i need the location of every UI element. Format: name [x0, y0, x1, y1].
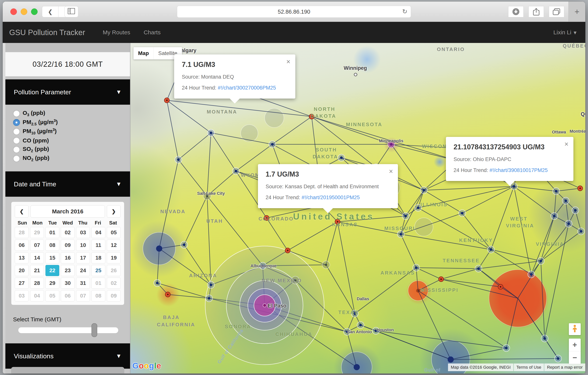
radio-icon[interactable]: [13, 128, 20, 135]
calendar-day[interactable]: 11: [92, 240, 105, 251]
station-node[interactable]: [580, 230, 582, 233]
calendar-day[interactable]: 02: [61, 227, 75, 238]
attribution-terms-link[interactable]: Terms of Use: [514, 364, 544, 371]
panel-header-date-and-time[interactable]: Date and Time ▼: [5, 171, 130, 197]
station-node[interactable]: [448, 356, 454, 363]
param-option-so2[interactable]: SO2 (ppb): [13, 145, 130, 154]
calendar-day[interactable]: 02: [107, 278, 121, 289]
param-option-o3[interactable]: O3 (ppb): [13, 109, 130, 118]
calendar-day[interactable]: 26: [107, 265, 121, 276]
radio-icon[interactable]: [13, 137, 20, 144]
user-menu[interactable]: Lixin Li ▾: [554, 29, 577, 36]
station-node[interactable]: [553, 215, 556, 218]
calendar-day[interactable]: 29: [30, 227, 44, 238]
calendar-day[interactable]: 06: [61, 290, 75, 301]
close-window-button[interactable]: [10, 9, 17, 15]
calendar-day[interactable]: 07: [76, 290, 90, 301]
calendar-day[interactable]: 13: [15, 252, 29, 263]
calendar-day[interactable]: 28: [30, 278, 44, 289]
calendar-day[interactable]: 18: [92, 252, 105, 263]
calendar-title[interactable]: March 2016: [31, 205, 105, 218]
new-tab-button[interactable]: +: [568, 1, 585, 22]
panel-header-pollution-parameter[interactable]: Pollution Parameter ▼: [5, 79, 130, 105]
station-node[interactable]: [574, 209, 577, 212]
zoom-out-button[interactable]: −: [569, 351, 581, 364]
param-option-no2[interactable]: NO2 (ppb): [13, 154, 130, 163]
station-node[interactable]: [557, 357, 559, 360]
station-node[interactable]: [183, 243, 185, 246]
radio-icon[interactable]: [13, 146, 20, 153]
calendar-day[interactable]: 09: [107, 290, 121, 301]
calendar-day[interactable]: 23: [61, 265, 75, 276]
station-node[interactable]: [461, 212, 463, 215]
station-node[interactable]: [359, 324, 362, 326]
tabs-overview-button[interactable]: [549, 6, 564, 17]
app-brand[interactable]: GSU Pollution Tracker: [9, 28, 85, 37]
calendar-day[interactable]: 25: [92, 265, 105, 276]
calendar-day[interactable]: 10: [76, 240, 90, 251]
calendar-day[interactable]: 24: [76, 265, 90, 276]
station-node[interactable]: [505, 347, 508, 349]
station-node[interactable]: [567, 222, 570, 225]
calendar-day[interactable]: 31: [76, 278, 90, 289]
calendar-day[interactable]: 04: [30, 290, 44, 301]
station-node[interactable]: [416, 289, 420, 292]
nav-my-routes[interactable]: My Routes: [103, 29, 130, 36]
calendar-day[interactable]: 04: [92, 227, 105, 238]
calendar-day[interactable]: 21: [30, 265, 44, 276]
station-node[interactable]: [417, 207, 420, 209]
calendar-day[interactable]: 08: [92, 290, 105, 301]
map-type-map-button[interactable]: Map: [134, 47, 153, 59]
station-node[interactable]: [530, 273, 533, 276]
calendar-day[interactable]: 20: [15, 265, 29, 276]
address-bar[interactable]: 52.86.86.190 ↻: [177, 6, 411, 18]
station-node[interactable]: [177, 158, 180, 161]
back-button[interactable]: ❮: [42, 6, 59, 17]
calendar-day[interactable]: 12: [107, 240, 121, 251]
station-node[interactable]: [399, 233, 402, 236]
calendar-day[interactable]: 09: [61, 240, 75, 251]
calendar-day[interactable]: 01: [45, 227, 59, 238]
station-node[interactable]: [539, 260, 542, 262]
nav-charts[interactable]: Charts: [144, 29, 160, 36]
station-node[interactable]: [263, 304, 266, 307]
infowindow-trend-link[interactable]: #!/chart/300270006PM25: [218, 85, 276, 91]
calendar-day[interactable]: 16: [61, 252, 75, 263]
calendar-day[interactable]: 29: [45, 278, 59, 289]
param-option-co[interactable]: CO (ppm): [13, 136, 130, 145]
calendar-day[interactable]: 15: [45, 252, 59, 263]
time-slider[interactable]: [18, 327, 118, 333]
radio-icon[interactable]: [13, 155, 20, 162]
station-node[interactable]: [477, 267, 480, 270]
downloads-button[interactable]: [508, 6, 524, 17]
station-node[interactable]: [354, 364, 360, 370]
station-node[interactable]: [490, 248, 492, 251]
calendar-prev-button[interactable]: ❮: [15, 205, 29, 218]
station-node[interactable]: [210, 132, 212, 134]
calendar-day[interactable]: 05: [45, 290, 59, 301]
param-option-pm25[interactable]: PM2.5 (µg/m3): [13, 118, 130, 127]
station-node[interactable]: [340, 156, 343, 159]
calendar-day[interactable]: 14: [30, 252, 44, 263]
share-button[interactable]: [529, 6, 544, 17]
calendar-day[interactable]: 19: [107, 252, 121, 263]
close-icon[interactable]: ×: [389, 168, 393, 175]
station-node[interactable]: [543, 337, 546, 340]
time-slider-handle[interactable]: [92, 323, 97, 337]
station-node[interactable]: [210, 283, 212, 286]
calendar-day[interactable]: 30: [61, 278, 75, 289]
station-node[interactable]: [325, 264, 327, 266]
calendar-day[interactable]: 03: [76, 227, 90, 238]
sidebar-toggle-button[interactable]: [64, 6, 78, 17]
station-node[interactable]: [404, 215, 407, 218]
calendar-day[interactable]: 28: [15, 227, 29, 238]
station-node[interactable]: [208, 297, 210, 300]
calendar-day[interactable]: 17: [76, 252, 90, 263]
infowindow-trend-link[interactable]: #!/chart/390810017PM25: [490, 167, 548, 173]
calendar-day[interactable]: 07: [30, 240, 44, 251]
google-logo[interactable]: Google: [132, 361, 161, 370]
radio-icon[interactable]: [13, 119, 20, 126]
attribution-report-link[interactable]: Report a map error: [544, 364, 585, 371]
panel-header-visualizations[interactable]: Visualizations ▼: [5, 343, 130, 369]
param-option-pm10[interactable]: PM10 (µg/m3): [13, 127, 130, 136]
